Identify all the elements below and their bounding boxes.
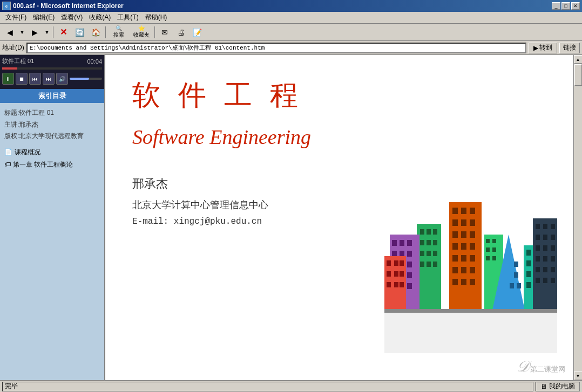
svg-rect-88	[533, 218, 557, 310]
menu-help[interactable]: 帮助(H)	[142, 12, 171, 23]
svg-rect-106	[551, 278, 555, 283]
svg-rect-59	[407, 283, 412, 289]
window-controls[interactable]: _ □ ✕	[552, 2, 580, 10]
edit-button[interactable]: 📝	[190, 25, 205, 39]
scroll-up-button[interactable]: ▲	[574, 55, 583, 64]
separator-3	[154, 26, 155, 38]
svg-rect-4	[433, 229, 437, 235]
svg-rect-33	[470, 267, 475, 273]
minimize-button[interactable]: _	[552, 2, 560, 10]
menu-view[interactable]: 查看(V)	[58, 12, 86, 23]
scroll-down-button[interactable]: ▼	[574, 372, 583, 380]
media-title-bar: 软件工程 01 00:04	[2, 57, 102, 65]
svg-rect-46	[400, 240, 404, 246]
svg-rect-90	[543, 224, 547, 229]
svg-rect-8	[420, 251, 424, 256]
go-arrow-icon: ▶	[533, 44, 538, 52]
svg-rect-38	[486, 239, 490, 243]
svg-rect-32	[461, 267, 466, 273]
status-right: 🖥 我的电脑	[536, 382, 580, 391]
volume-slider[interactable]	[70, 78, 102, 80]
stop-button[interactable]: ✕	[56, 25, 71, 39]
svg-rect-83	[394, 271, 398, 277]
volume-button[interactable]: 🔊	[56, 73, 68, 85]
progress-bar[interactable]	[2, 67, 102, 70]
svg-rect-35	[461, 279, 466, 285]
refresh-button[interactable]: 🔄	[72, 25, 87, 39]
svg-rect-6	[427, 240, 431, 245]
search-button[interactable]: 🔍 搜索	[108, 25, 130, 39]
home-button[interactable]: 🏠	[88, 25, 103, 39]
forward-dropdown[interactable]: ▼	[43, 25, 51, 39]
stop-media-button[interactable]: ⏹	[16, 73, 28, 85]
svg-rect-23	[461, 231, 466, 238]
prev-button[interactable]: ⏮	[29, 73, 41, 85]
go-button[interactable]: ▶ 转到	[529, 43, 557, 53]
svg-rect-101	[536, 267, 540, 272]
menu-tools[interactable]: 工具(T)	[114, 12, 141, 23]
menu-file[interactable]: 文件(F)	[2, 12, 30, 23]
volume-fill	[70, 78, 89, 80]
maximize-button[interactable]: □	[561, 2, 570, 10]
meta-copyright-line: 版权:北京大学现代远程教育	[4, 130, 100, 142]
buildings-illustration	[384, 191, 557, 364]
nav-item-chapter1[interactable]: 🏷 第一章 软件工程概论	[4, 160, 100, 169]
svg-rect-104	[536, 278, 540, 283]
svg-rect-9	[427, 251, 431, 256]
svg-rect-96	[543, 245, 547, 251]
back-dropdown[interactable]: ▼	[18, 25, 26, 39]
main-area: 软件工程 01 00:04 ⏸ ⏹ ⏮ ⏭ 🔊 索引目录	[0, 55, 582, 380]
content-area: 软 件 工 程 Software Engineering 邢承杰 北京大学计算中…	[105, 55, 573, 380]
meta-title-line: 标题:软件工程 01	[4, 107, 100, 119]
svg-rect-75	[526, 282, 531, 288]
svg-rect-81	[400, 260, 404, 266]
media-time: 00:04	[87, 58, 102, 65]
svg-rect-36	[470, 279, 475, 285]
svg-rect-102	[543, 267, 547, 272]
media-title: 软件工程 01	[2, 57, 34, 65]
svg-rect-42	[486, 256, 490, 260]
svg-rect-30	[470, 255, 475, 262]
svg-rect-26	[461, 243, 466, 250]
svg-rect-17	[461, 208, 466, 214]
svg-rect-69	[526, 260, 531, 266]
scroll-track[interactable]	[574, 64, 582, 372]
svg-rect-66	[526, 250, 531, 256]
favorites-button[interactable]: ⭐ 收藏夹	[131, 25, 152, 39]
close-button[interactable]: ✕	[571, 2, 580, 10]
index-header: 索引目录	[0, 89, 104, 103]
forward-button[interactable]: ▶	[27, 25, 42, 39]
links-button[interactable]: 链接	[559, 43, 580, 53]
back-button[interactable]: ◀	[2, 25, 17, 39]
svg-rect-86	[394, 282, 398, 287]
svg-rect-5	[420, 240, 424, 245]
scroll-thumb[interactable]	[574, 64, 582, 86]
svg-rect-34	[452, 279, 458, 285]
status-computer: 🖥 我的电脑	[536, 382, 580, 391]
svg-rect-16	[452, 208, 458, 214]
menu-bar: 文件(F) 编辑(E) 查看(V) 收藏(A) 工具(T) 帮助(H)	[0, 12, 582, 24]
watermark-text: 第二课堂网	[530, 365, 565, 373]
media-controls: ⏸ ⏹ ⏮ ⏭ 🔊	[2, 73, 102, 85]
nav-item-overview[interactable]: 📄 课程概况	[4, 148, 100, 157]
svg-rect-53	[407, 262, 412, 267]
chinese-title: 软 件 工 程	[132, 77, 546, 114]
menu-favorites[interactable]: 收藏(A)	[86, 12, 114, 23]
print-button[interactable]: 🖨	[173, 25, 188, 39]
meta-lecturer-line: 主讲:邢承杰	[4, 119, 100, 131]
svg-rect-24	[470, 231, 475, 238]
svg-rect-27	[470, 243, 475, 250]
index-nav: 📄 课程概况 🏷 第一章 软件工程概论	[4, 148, 100, 169]
separator-2	[105, 26, 106, 38]
next-button[interactable]: ⏭	[43, 73, 55, 85]
svg-rect-84	[400, 271, 404, 277]
watermark: 𝒟 第二课堂网	[516, 358, 565, 376]
play-button[interactable]: ⏸	[2, 73, 14, 85]
svg-rect-89	[536, 224, 540, 229]
mail-button[interactable]: ✉	[157, 25, 172, 39]
menu-edit[interactable]: 编辑(E)	[30, 12, 58, 23]
svg-rect-18	[470, 208, 475, 214]
svg-rect-49	[400, 251, 404, 257]
address-input[interactable]	[26, 43, 526, 53]
svg-rect-61	[514, 262, 518, 267]
